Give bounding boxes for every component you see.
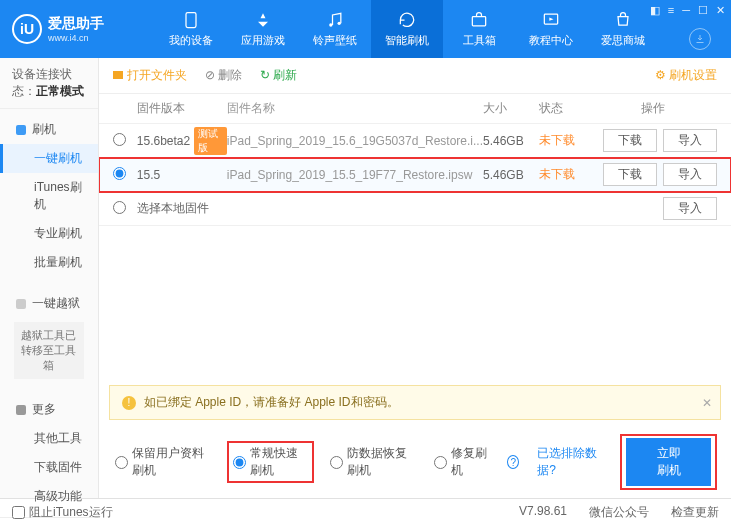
nav-tutorials[interactable]: 教程中心	[515, 0, 587, 58]
mode-anti-recovery[interactable]: 防数据恢复刷机	[330, 445, 416, 479]
sidebar-item-download-fw[interactable]: 下载固件	[0, 453, 98, 482]
toolbar: 打开文件夹 ⊘ 删除 ↻ 刷新 刷机设置	[99, 58, 731, 94]
logo-icon: iU	[12, 14, 42, 44]
main-nav: 我的设备 应用游戏 铃声壁纸 智能刷机 工具箱 教程中心 爱思商城	[155, 0, 731, 58]
block-itunes-checkbox[interactable]: 阻止iTunes运行	[12, 504, 113, 521]
nav-ringtones[interactable]: 铃声壁纸	[299, 0, 371, 58]
flash-modes: 保留用户资料刷机 常规快速刷机 防数据恢复刷机 修复刷机 ? 已选排除数据? 立…	[99, 426, 731, 498]
table-row[interactable]: 15.6beta2测试版 iPad_Spring_2019_15.6_19G50…	[99, 124, 731, 158]
delete-button[interactable]: ⊘ 删除	[205, 67, 242, 84]
nav-toolbox[interactable]: 工具箱	[443, 0, 515, 58]
nav-flash[interactable]: 智能刷机	[371, 0, 443, 58]
min-icon[interactable]: ─	[682, 4, 690, 17]
main-content: 打开文件夹 ⊘ 删除 ↻ 刷新 刷机设置 固件版本 固件名称 大小 状态 操作 …	[99, 58, 731, 498]
download-button[interactable]: 下载	[603, 129, 657, 152]
firmware-table: 固件版本 固件名称 大小 状态 操作 15.6beta2测试版 iPad_Spr…	[99, 94, 731, 385]
mode-keep-data[interactable]: 保留用户资料刷机	[115, 445, 211, 479]
sidebar: 设备连接状态：正常模式 刷机 一键刷机 iTunes刷机 专业刷机 批量刷机 一…	[0, 58, 99, 498]
sidebar-head-more[interactable]: 更多	[0, 395, 98, 424]
close-icon[interactable]: ✕	[716, 4, 725, 17]
row-select-radio[interactable]	[113, 133, 126, 146]
close-warning-icon[interactable]: ✕	[702, 396, 712, 410]
version-text: V7.98.61	[519, 504, 567, 521]
jailbreak-moved-note: 越狱工具已转移至工具箱	[14, 322, 84, 379]
refresh-button[interactable]: ↻ 刷新	[260, 67, 297, 84]
max-icon[interactable]: ☐	[698, 4, 708, 17]
nav-apps[interactable]: 应用游戏	[227, 0, 299, 58]
row-select-radio[interactable]	[113, 167, 126, 180]
menu-icon[interactable]: ≡	[668, 4, 674, 17]
svg-point-1	[329, 23, 332, 26]
mode-normal-fast[interactable]: 常规快速刷机	[233, 445, 309, 479]
import-button[interactable]: 导入	[663, 197, 717, 220]
import-button[interactable]: 导入	[663, 163, 717, 186]
nav-my-device[interactable]: 我的设备	[155, 0, 227, 58]
open-folder-button[interactable]: 打开文件夹	[113, 67, 187, 84]
table-row[interactable]: 15.5 iPad_Spring_2019_15.5_19F77_Restore…	[99, 158, 731, 192]
svg-rect-3	[472, 17, 485, 26]
mode-repair[interactable]: 修复刷机	[434, 445, 489, 479]
connection-status: 设备连接状态：正常模式	[0, 58, 98, 109]
table-row-local[interactable]: 选择本地固件 导入	[99, 192, 731, 226]
sidebar-item-other-tools[interactable]: 其他工具	[0, 424, 98, 453]
sidebar-item-itunes-flash[interactable]: iTunes刷机	[0, 173, 98, 219]
window-controls: ◧ ≡ ─ ☐ ✕	[650, 4, 725, 17]
sidebar-item-batch-flash[interactable]: 批量刷机	[0, 248, 98, 277]
row-select-radio[interactable]	[113, 201, 126, 214]
import-button[interactable]: 导入	[663, 129, 717, 152]
app-name: 爱思助手	[48, 15, 104, 33]
logo: iU 爱思助手 www.i4.cn	[0, 14, 155, 44]
help-icon[interactable]: ?	[507, 455, 519, 469]
status-bar: 阻止iTunes运行 V7.98.61 微信公众号 检查更新	[0, 498, 731, 526]
appleid-warning: 如已绑定 Apple ID，请准备好 Apple ID和密码。 ✕	[109, 385, 721, 420]
beta-badge: 测试版	[194, 127, 227, 155]
svg-point-2	[338, 22, 341, 25]
flash-now-button[interactable]: 立即刷机	[626, 438, 711, 486]
wechat-link[interactable]: 微信公众号	[589, 504, 649, 521]
check-update-link[interactable]: 检查更新	[671, 504, 719, 521]
svg-rect-0	[186, 13, 196, 28]
title-bar: iU 爱思助手 www.i4.cn 我的设备 应用游戏 铃声壁纸 智能刷机 工具…	[0, 0, 731, 58]
download-mgr-button[interactable]	[689, 28, 711, 50]
sidebar-head-jailbreak[interactable]: 一键越狱	[0, 289, 98, 318]
app-url: www.i4.cn	[48, 33, 104, 43]
table-header: 固件版本 固件名称 大小 状态 操作	[99, 94, 731, 124]
sidebar-item-oneclick-flash[interactable]: 一键刷机	[0, 144, 98, 173]
nav-store[interactable]: 爱思商城	[587, 0, 659, 58]
exclude-data-link[interactable]: 已选排除数据?	[537, 445, 604, 479]
sidebar-item-pro-flash[interactable]: 专业刷机	[0, 219, 98, 248]
download-button[interactable]: 下载	[603, 163, 657, 186]
flash-settings-button[interactable]: 刷机设置	[655, 67, 717, 84]
sidebar-head-flash[interactable]: 刷机	[0, 115, 98, 144]
skin-icon[interactable]: ◧	[650, 4, 660, 17]
